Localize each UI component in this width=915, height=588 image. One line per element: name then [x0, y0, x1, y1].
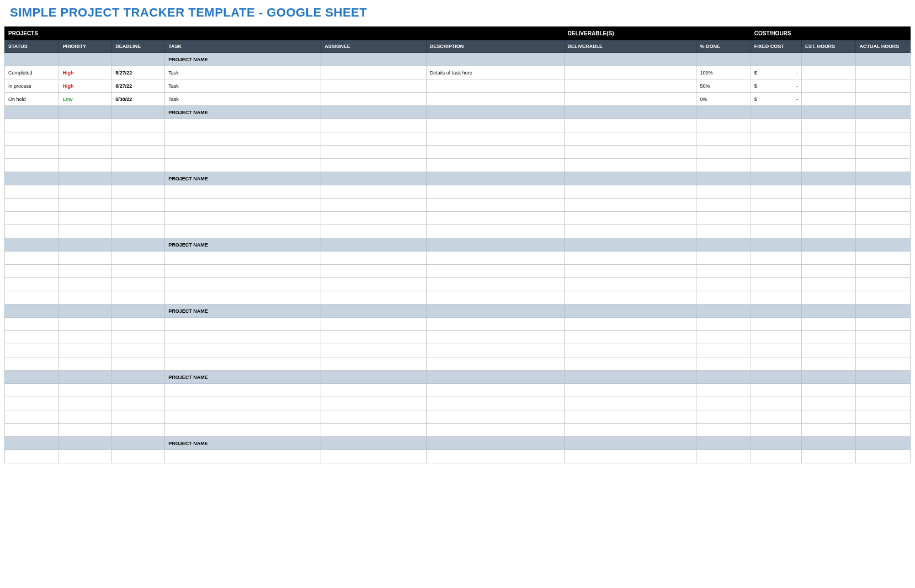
est-hours-cell[interactable]: [802, 66, 856, 79]
priority-cell[interactable]: [59, 357, 112, 371]
group-cell[interactable]: [321, 53, 427, 66]
assignee-cell[interactable]: [321, 318, 427, 331]
est-hours-cell[interactable]: [802, 384, 856, 397]
task-cell[interactable]: [165, 278, 321, 291]
description-cell[interactable]: Details of task here: [426, 66, 564, 79]
deadline-cell[interactable]: [112, 331, 165, 344]
group-cell[interactable]: [564, 106, 696, 119]
pct-done-cell[interactable]: [696, 185, 751, 199]
deliverable-cell[interactable]: [564, 357, 696, 371]
group-cell[interactable]: [321, 238, 427, 252]
assignee-cell[interactable]: [321, 212, 427, 225]
assignee-cell[interactable]: [321, 79, 427, 93]
deliverable-cell[interactable]: [564, 132, 696, 146]
group-cell[interactable]: [5, 437, 59, 450]
description-cell[interactable]: [426, 331, 564, 344]
deadline-cell[interactable]: [112, 199, 165, 212]
description-cell[interactable]: [426, 318, 564, 331]
group-cell[interactable]: [59, 172, 112, 185]
group-cell[interactable]: [751, 238, 801, 252]
actual-hours-cell[interactable]: [856, 291, 911, 304]
pct-done-cell[interactable]: [696, 132, 751, 146]
deliverable-cell[interactable]: [564, 225, 696, 238]
project-name-cell[interactable]: PROJECT NAME: [165, 238, 321, 252]
deadline-cell[interactable]: [112, 265, 165, 278]
task-cell[interactable]: [165, 185, 321, 199]
status-cell[interactable]: [5, 159, 59, 172]
deadline-cell[interactable]: [112, 291, 165, 304]
group-cell[interactable]: [321, 106, 427, 119]
pct-done-cell[interactable]: [696, 357, 751, 371]
group-cell[interactable]: [564, 238, 696, 252]
status-cell[interactable]: [5, 344, 59, 357]
description-cell[interactable]: [426, 199, 564, 212]
status-cell[interactable]: [5, 185, 59, 199]
est-hours-cell[interactable]: [802, 93, 856, 106]
task-cell[interactable]: [165, 119, 321, 132]
actual-hours-cell[interactable]: [856, 424, 911, 437]
actual-hours-cell[interactable]: [856, 384, 911, 397]
priority-cell[interactable]: [59, 384, 112, 397]
group-cell[interactable]: [802, 172, 856, 185]
pct-done-cell[interactable]: [696, 265, 751, 278]
project-name-cell[interactable]: PROJECT NAME: [165, 371, 321, 384]
deadline-cell[interactable]: [112, 450, 165, 463]
fixed-cost-cell[interactable]: [751, 331, 801, 344]
deadline-cell[interactable]: [112, 278, 165, 291]
priority-cell[interactable]: [59, 132, 112, 146]
fixed-cost-cell[interactable]: [751, 278, 801, 291]
group-cell[interactable]: [59, 106, 112, 119]
description-cell[interactable]: [426, 397, 564, 410]
group-cell[interactable]: [696, 172, 751, 185]
est-hours-cell[interactable]: [802, 424, 856, 437]
group-cell[interactable]: [112, 371, 165, 384]
description-cell[interactable]: [426, 185, 564, 199]
group-cell[interactable]: [751, 172, 801, 185]
assignee-cell[interactable]: [321, 331, 427, 344]
deliverable-cell[interactable]: [564, 278, 696, 291]
description-cell[interactable]: [426, 252, 564, 265]
actual-hours-cell[interactable]: [856, 265, 911, 278]
status-cell[interactable]: In process: [5, 79, 59, 93]
group-cell[interactable]: [5, 106, 59, 119]
group-cell[interactable]: [5, 53, 59, 66]
priority-cell[interactable]: [59, 397, 112, 410]
est-hours-cell[interactable]: [802, 291, 856, 304]
pct-done-cell[interactable]: [696, 225, 751, 238]
deliverable-cell[interactable]: [564, 291, 696, 304]
deadline-cell[interactable]: 8/30/22: [112, 93, 165, 106]
assignee-cell[interactable]: [321, 132, 427, 146]
group-cell[interactable]: [426, 53, 564, 66]
group-cell[interactable]: [426, 437, 564, 450]
assignee-cell[interactable]: [321, 265, 427, 278]
priority-cell[interactable]: [59, 225, 112, 238]
group-cell[interactable]: [751, 437, 801, 450]
deadline-cell[interactable]: [112, 212, 165, 225]
pct-done-cell[interactable]: [696, 252, 751, 265]
fixed-cost-cell[interactable]: [751, 119, 801, 132]
actual-hours-cell[interactable]: [856, 119, 911, 132]
deadline-cell[interactable]: [112, 344, 165, 357]
est-hours-cell[interactable]: [802, 79, 856, 93]
pct-done-cell[interactable]: 0%: [696, 93, 751, 106]
group-cell[interactable]: [802, 437, 856, 450]
est-hours-cell[interactable]: [802, 252, 856, 265]
pct-done-cell[interactable]: [696, 397, 751, 410]
deadline-cell[interactable]: [112, 185, 165, 199]
pct-done-cell[interactable]: [696, 146, 751, 159]
task-cell[interactable]: [165, 212, 321, 225]
group-cell[interactable]: [59, 371, 112, 384]
deliverable-cell[interactable]: [564, 212, 696, 225]
task-cell[interactable]: Task: [165, 93, 321, 106]
description-cell[interactable]: [426, 278, 564, 291]
priority-cell[interactable]: [59, 291, 112, 304]
status-cell[interactable]: [5, 146, 59, 159]
priority-cell[interactable]: [59, 318, 112, 331]
est-hours-cell[interactable]: [802, 318, 856, 331]
pct-done-cell[interactable]: [696, 159, 751, 172]
group-cell[interactable]: [802, 106, 856, 119]
est-hours-cell[interactable]: [802, 159, 856, 172]
deadline-cell[interactable]: [112, 424, 165, 437]
group-cell[interactable]: [696, 437, 751, 450]
actual-hours-cell[interactable]: [856, 357, 911, 371]
